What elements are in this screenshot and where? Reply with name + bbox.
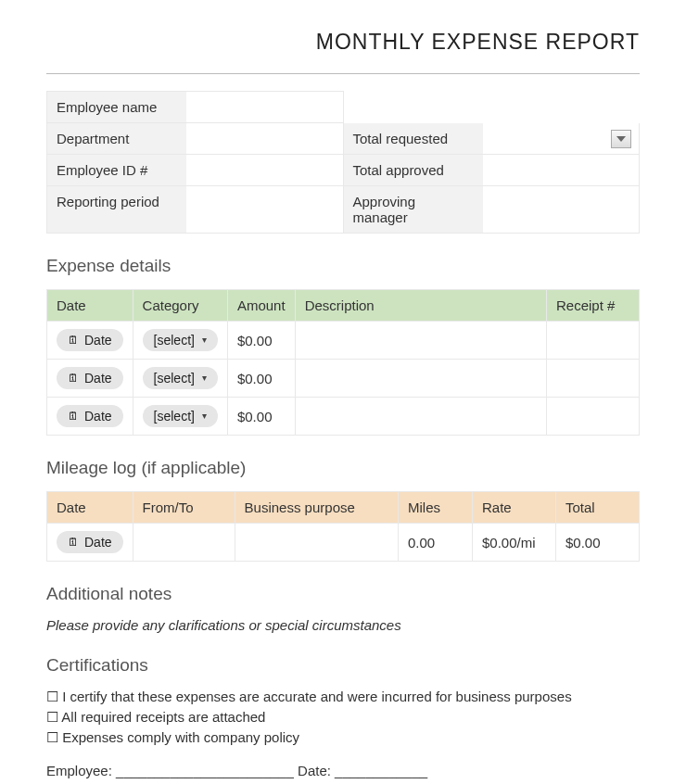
amount-cell[interactable]: $0.00: [227, 322, 295, 360]
date-picker[interactable]: 🗓Date: [57, 531, 123, 553]
notes-placeholder[interactable]: Please provide any clarifications or spe…: [46, 617, 640, 633]
chevron-down-icon: ▾: [202, 411, 207, 421]
date-picker[interactable]: 🗓Date: [57, 329, 123, 351]
employee-name-field[interactable]: [186, 92, 343, 122]
mileage-table: Date From/To Business purpose Miles Rate…: [46, 491, 640, 562]
expense-details-heading: Expense details: [46, 256, 640, 276]
page-title: MONTHLY EXPENSE REPORT: [46, 30, 640, 55]
col-date: Date: [47, 492, 133, 524]
calendar-icon: 🗓: [68, 335, 79, 346]
rate-cell[interactable]: $0.00/mi: [473, 524, 556, 562]
amount-cell[interactable]: $0.00: [227, 398, 295, 436]
employee-id-field[interactable]: [186, 155, 343, 185]
amount-cell[interactable]: $0.00: [227, 360, 295, 398]
employee-signature-line[interactable]: Employee: _______________________ Date: …: [46, 763, 640, 778]
col-amount: Amount: [227, 290, 295, 322]
col-receipt: Receipt #: [547, 290, 640, 322]
calendar-icon: 🗓: [68, 537, 79, 548]
certifications-list: ☐ I certify that these expenses are accu…: [46, 689, 640, 746]
category-select[interactable]: [select]▾: [143, 367, 218, 389]
expense-table: Date Category Amount Description Receipt…: [46, 289, 640, 436]
mileage-log-heading: Mileage log (if applicable): [46, 458, 640, 478]
table-row: 🗓Date 0.00 $0.00/mi $0.00: [47, 524, 640, 562]
description-cell[interactable]: [295, 398, 546, 436]
approving-manager-label: Approving manager: [344, 186, 483, 233]
col-miles: Miles: [399, 492, 473, 524]
calendar-icon: 🗓: [68, 373, 79, 384]
total-approved-field[interactable]: [483, 155, 640, 185]
table-row: 🗓Date [select]▾ $0.00: [47, 398, 640, 436]
approving-manager-field[interactable]: [483, 186, 640, 233]
col-total: Total: [556, 492, 640, 524]
dropdown-icon[interactable]: [611, 130, 631, 148]
chevron-down-icon: ▾: [202, 373, 207, 383]
chevron-down-icon: ▾: [202, 335, 207, 345]
col-category: Category: [133, 290, 227, 322]
col-date: Date: [47, 290, 133, 322]
receipt-cell[interactable]: [547, 398, 640, 436]
table-row: 🗓Date [select]▾ $0.00: [47, 360, 640, 398]
additional-notes-heading: Additional notes: [46, 584, 640, 604]
description-cell[interactable]: [295, 322, 546, 360]
category-select[interactable]: [select]▾: [143, 405, 218, 427]
cert-item[interactable]: ☐ Expenses comply with company policy: [46, 729, 640, 746]
info-grid: Employee name Department Total requested: [46, 91, 640, 234]
divider: [46, 73, 640, 74]
fromto-cell[interactable]: [133, 524, 235, 562]
table-row: 🗓Date [select]▾ $0.00: [47, 322, 640, 360]
cert-item[interactable]: ☐ I certify that these expenses are accu…: [46, 689, 640, 705]
description-cell[interactable]: [295, 360, 546, 398]
reporting-period-label: Reporting period: [47, 186, 186, 233]
purpose-cell[interactable]: [235, 524, 398, 562]
employee-name-label: Employee name: [47, 92, 186, 122]
employee-id-label: Employee ID #: [47, 155, 186, 185]
total-approved-label: Total approved: [344, 155, 483, 185]
col-description: Description: [295, 290, 546, 322]
department-label: Department: [47, 123, 186, 154]
category-select[interactable]: [select]▾: [143, 329, 218, 351]
col-rate: Rate: [473, 492, 556, 524]
date-picker[interactable]: 🗓Date: [57, 405, 123, 427]
col-fromto: From/To: [133, 492, 235, 524]
reporting-period-field[interactable]: [186, 186, 343, 233]
total-requested-field[interactable]: [483, 123, 640, 154]
total-requested-label: Total requested: [344, 123, 483, 154]
col-purpose: Business purpose: [235, 492, 398, 524]
calendar-icon: 🗓: [68, 411, 79, 422]
certifications-heading: Certifications: [46, 655, 640, 676]
receipt-cell[interactable]: [547, 360, 640, 398]
department-field[interactable]: [186, 123, 343, 154]
miles-cell[interactable]: 0.00: [399, 524, 473, 562]
total-cell: $0.00: [556, 524, 640, 562]
cert-item[interactable]: ☐ All required receipts are attached: [46, 709, 640, 726]
date-picker[interactable]: 🗓Date: [57, 367, 123, 389]
receipt-cell[interactable]: [547, 322, 640, 360]
